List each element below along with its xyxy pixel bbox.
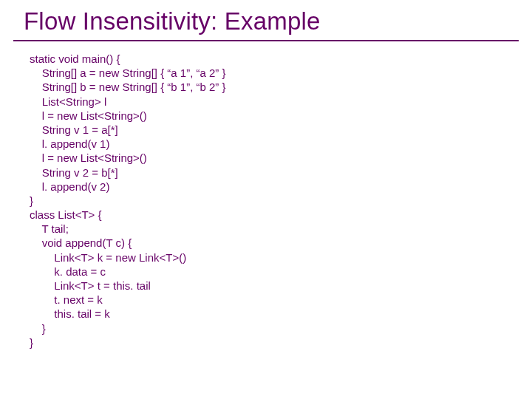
page-title: Flow Insensitivity: Example — [24, 7, 519, 35]
slide: Flow Insensitivity: Example static void … — [0, 0, 532, 399]
code-listing: static void main() { String[] a = new St… — [30, 52, 532, 349]
title-container: Flow Insensitivity: Example — [13, 7, 519, 41]
